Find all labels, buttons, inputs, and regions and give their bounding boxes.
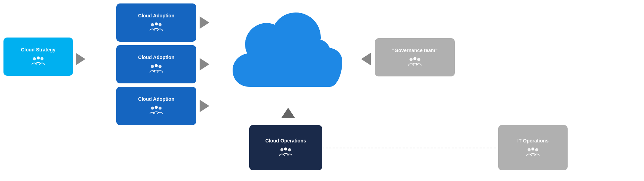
cloud-adoption-2-label: Cloud Adoption bbox=[138, 55, 174, 60]
governance-team-icon bbox=[407, 56, 423, 67]
governance-team-box: "Governance team" bbox=[375, 38, 455, 76]
arrow-adoption1-to-cloud bbox=[200, 16, 209, 29]
svg-point-4 bbox=[159, 23, 162, 26]
arrow-governance-to-cloud bbox=[361, 53, 371, 65]
it-operations-box: IT Operations bbox=[498, 125, 568, 170]
diagram-container: Cloud Strategy Cloud Adoption Cloud Adop bbox=[0, 0, 644, 181]
svg-point-7 bbox=[159, 65, 162, 68]
cloud-operations-label: Cloud Operations bbox=[265, 138, 306, 144]
svg-point-15 bbox=[410, 58, 413, 61]
cloud-operations-box: Cloud Operations bbox=[249, 125, 322, 170]
cloud-strategy-box: Cloud Strategy bbox=[3, 38, 73, 76]
svg-point-2 bbox=[37, 57, 40, 60]
svg-point-6 bbox=[151, 65, 154, 68]
arrow-operations-to-cloud bbox=[281, 108, 295, 118]
svg-point-10 bbox=[159, 107, 162, 110]
cloud-strategy-icon bbox=[31, 55, 46, 66]
arrow-adoption3-to-cloud bbox=[200, 100, 209, 112]
svg-point-11 bbox=[155, 106, 158, 109]
svg-point-9 bbox=[151, 107, 154, 110]
svg-point-0 bbox=[33, 57, 36, 60]
governance-team-label: "Governance team" bbox=[392, 48, 438, 54]
cloud-adoption-box-2: Cloud Adoption bbox=[116, 45, 196, 83]
svg-point-13 bbox=[288, 148, 291, 151]
cloud-operations-icon bbox=[278, 146, 293, 157]
arrow-adoption2-to-cloud bbox=[200, 58, 209, 71]
svg-point-12 bbox=[281, 148, 284, 151]
svg-point-5 bbox=[155, 23, 158, 26]
svg-point-17 bbox=[413, 57, 417, 60]
cloud-adoption-3-label: Cloud Adoption bbox=[138, 96, 174, 102]
svg-point-18 bbox=[528, 148, 531, 151]
svg-point-8 bbox=[155, 64, 158, 67]
cloud-adoption-box-3: Cloud Adoption bbox=[116, 87, 196, 125]
cloud-adoption-1-label: Cloud Adoption bbox=[138, 13, 174, 19]
cloud-adoption-box-1: Cloud Adoption bbox=[116, 3, 196, 42]
svg-point-19 bbox=[535, 148, 538, 151]
cloud-shape bbox=[222, 7, 354, 108]
svg-point-14 bbox=[284, 148, 287, 151]
cloud-adoption-3-icon bbox=[149, 105, 164, 116]
svg-point-1 bbox=[41, 57, 44, 60]
svg-point-16 bbox=[417, 58, 420, 61]
it-operations-icon bbox=[525, 146, 541, 157]
cloud-strategy-label: Cloud Strategy bbox=[21, 47, 56, 53]
svg-point-20 bbox=[532, 148, 535, 151]
svg-point-3 bbox=[151, 23, 154, 26]
arrow-strategy-to-adoption bbox=[76, 53, 85, 65]
dashed-line-operations bbox=[322, 148, 496, 148]
cloud-adoption-2-icon bbox=[149, 63, 164, 74]
it-operations-label: IT Operations bbox=[517, 138, 549, 144]
cloud-adoption-1-icon bbox=[149, 21, 164, 32]
